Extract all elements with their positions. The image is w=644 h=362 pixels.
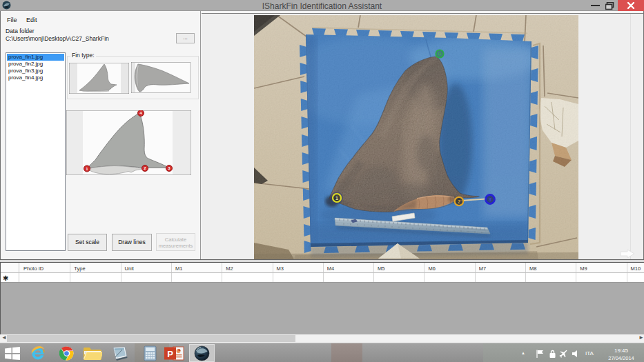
- svg-text:P: P: [167, 349, 173, 359]
